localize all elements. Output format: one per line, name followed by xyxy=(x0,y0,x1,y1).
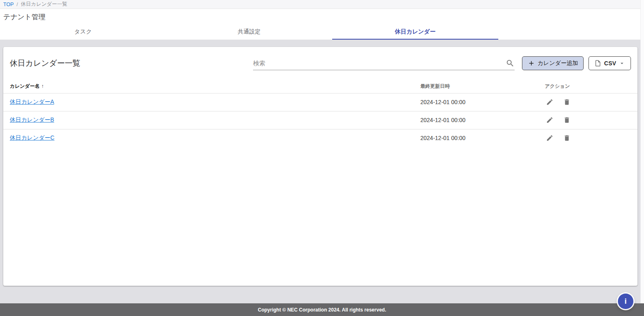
search-icon[interactable] xyxy=(506,59,515,68)
search-field xyxy=(253,56,515,70)
delete-button[interactable] xyxy=(562,97,572,107)
scrollbar[interactable] xyxy=(640,0,644,303)
table-header-row: カレンダー名↑ 最終更新日時 アクション xyxy=(3,80,637,93)
csv-button[interactable]: CSV xyxy=(588,56,631,70)
edit-button[interactable] xyxy=(545,97,555,107)
info-button[interactable]: i xyxy=(618,294,633,309)
search-input[interactable] xyxy=(253,60,506,67)
table-row: 休日カレンダーA 2024-12-01 00:00 xyxy=(3,93,637,111)
header-calendar-name[interactable]: カレンダー名↑ xyxy=(3,80,417,93)
holiday-calendar-panel: 休日カレンダー一覧 カレンダー追加 xyxy=(3,47,637,286)
delete-button[interactable] xyxy=(562,133,572,143)
breadcrumb-top-link[interactable]: TOP xyxy=(3,2,13,7)
last-updated-value: 2024-12-01 00:00 xyxy=(417,111,542,129)
tab-bar: タスク 共通設定 休日カレンダー xyxy=(0,24,498,40)
trash-icon xyxy=(563,116,571,124)
edit-button[interactable] xyxy=(545,133,555,143)
pencil-icon xyxy=(546,116,553,124)
tab-holiday-calendar[interactable]: 休日カレンダー xyxy=(332,24,498,40)
file-icon xyxy=(594,60,602,67)
delete-button[interactable] xyxy=(562,115,572,125)
panel-header: 休日カレンダー一覧 カレンダー追加 xyxy=(3,47,637,80)
calendar-table: カレンダー名↑ 最終更新日時 アクション 休日カレンダーA 2024-12-01… xyxy=(3,80,637,147)
table-row: 休日カレンダーC 2024-12-01 00:00 xyxy=(3,129,637,147)
calendar-link[interactable]: 休日カレンダーB xyxy=(10,116,54,123)
panel-title: 休日カレンダー一覧 xyxy=(10,58,253,69)
tab-task[interactable]: タスク xyxy=(0,24,166,40)
title-row: テナント管理 xyxy=(0,9,644,24)
trash-icon xyxy=(563,134,571,142)
header-last-updated[interactable]: 最終更新日時 xyxy=(417,80,542,93)
calendar-link[interactable]: 休日カレンダーC xyxy=(10,134,54,141)
footer: Copyright © NEC Corporation 2024. All ri… xyxy=(0,303,644,316)
last-updated-value: 2024-12-01 00:00 xyxy=(417,129,542,147)
page-title: テナント管理 xyxy=(3,12,46,22)
pencil-icon xyxy=(546,134,553,142)
table-row: 休日カレンダーB 2024-12-01 00:00 xyxy=(3,111,637,129)
breadcrumb: TOP / 休日カレンダー一覧 xyxy=(0,0,644,9)
add-calendar-label: カレンダー追加 xyxy=(537,60,578,67)
header-actions: アクション xyxy=(542,80,637,93)
tab-common-settings[interactable]: 共通設定 xyxy=(166,24,332,40)
sort-asc-icon: ↑ xyxy=(41,83,44,89)
info-icon: i xyxy=(624,297,626,306)
edit-button[interactable] xyxy=(545,115,555,125)
breadcrumb-separator: / xyxy=(16,2,18,7)
add-calendar-button[interactable]: カレンダー追加 xyxy=(522,56,584,70)
content-area: 休日カレンダー一覧 カレンダー追加 xyxy=(0,40,644,303)
copyright-text: Copyright © NEC Corporation 2024. All ri… xyxy=(258,307,386,313)
trash-icon xyxy=(563,98,571,106)
pencil-icon xyxy=(546,98,553,106)
breadcrumb-current: 休日カレンダー一覧 xyxy=(21,1,67,8)
chevron-down-icon xyxy=(619,60,625,67)
csv-label: CSV xyxy=(604,60,616,67)
last-updated-value: 2024-12-01 00:00 xyxy=(417,93,542,111)
calendar-link[interactable]: 休日カレンダーA xyxy=(10,98,54,105)
plus-icon xyxy=(528,60,535,67)
